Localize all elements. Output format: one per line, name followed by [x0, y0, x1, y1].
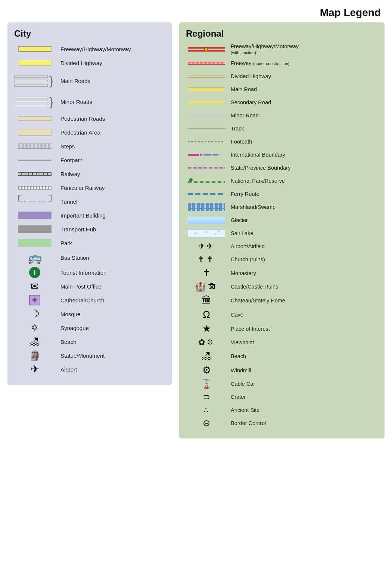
reg-chateau-row: 🏛 Chateau/Stately Home: [186, 295, 378, 306]
city-main-roads-symbol: }: [14, 75, 55, 87]
reg-chateau-label: Chateau/Stately Home: [227, 298, 378, 304]
bus-icon: 🚌: [28, 251, 42, 264]
city-footpath-label: Footpath: [55, 157, 165, 163]
reg-track-label: Track: [227, 126, 378, 132]
city-heading: City: [14, 28, 165, 39]
reg-ferry-line: [188, 193, 225, 195]
natpark-dash: [188, 181, 225, 183]
reg-ancient-label: Ancient Site: [227, 407, 378, 413]
reg-natpark-symbol: [186, 178, 227, 184]
city-footpath-row: Footpath: [14, 154, 165, 166]
reg-church-row: ✝✝ Church (ruins): [186, 254, 378, 265]
reg-ancient-row: ∴ Ancient Site: [186, 405, 378, 415]
city-freeway-label: Freeway/Highway/Motorway: [55, 46, 165, 52]
reg-intl-boundary-symbol: [186, 153, 227, 156]
city-important-building-symbol: [14, 212, 55, 219]
city-tunnel-label: Tunnel: [55, 198, 165, 205]
city-minor-roads-label: Minor Roads: [55, 99, 165, 105]
chateau-icon: 🏛: [202, 295, 211, 306]
reg-freeway-constr-symbol: [186, 62, 227, 65]
intl-b-seg2: [203, 154, 211, 155]
reg-minor-road-label: Minor Road: [227, 113, 378, 118]
reg-freeway-row: Freeway/Highway/Motorway(with junction): [186, 43, 378, 55]
city-panel: City Freeway/Highway/Motorway Divided Hi…: [7, 22, 172, 385]
info-circle-icon: i: [29, 267, 40, 278]
star-of-david-icon: ✡: [31, 323, 38, 332]
tunnel-bracket-right: [49, 195, 52, 201]
city-post-office-row: ✉ Main Post Office: [14, 281, 165, 292]
city-cathedral-row: ✛ Cathedral/Church: [14, 295, 165, 306]
reg-viewpoint-symbol: ✿❊: [186, 338, 227, 347]
reg-freeway-symbol: [186, 46, 227, 52]
reg-minor-road-row: Minor Road: [186, 110, 378, 121]
reg-cave-label: Cave: [227, 312, 378, 318]
reg-place-label: Place of Interest: [227, 326, 378, 332]
church-icon: ✛: [29, 295, 40, 305]
reg-border-label: Border Control: [227, 420, 378, 426]
city-mosque-row: ☽ Mosque: [14, 308, 165, 320]
reg-marshland-label: Marshland/Swamp: [227, 204, 378, 210]
airplane-icon: ✈✈: [198, 241, 215, 251]
reg-chateau-symbol: 🏛: [186, 295, 227, 306]
regional-panel: Regional Freeway/Highway/Motorway(with j…: [179, 22, 385, 438]
reg-footpath-symbol: [186, 141, 227, 142]
reg-castle-symbol: 🏰🏚: [186, 281, 227, 292]
city-synagogue-row: ✡ Synagogue: [14, 322, 165, 333]
reg-windmill-row: ⚙ Windmill: [186, 364, 378, 376]
reg-main-road-label: Main Road: [227, 86, 378, 92]
reg-viewpoint-label: Viewpoint: [227, 339, 378, 345]
minor-road-line-2: [14, 101, 48, 103]
reg-crater-row: ⊃ Crater: [186, 392, 378, 402]
reg-airport-symbol: ✈✈: [186, 241, 227, 251]
city-synagogue-label: Synagogue: [55, 325, 165, 331]
reg-track-symbol: [186, 128, 227, 129]
reg-church-label: Church (ruins): [227, 256, 378, 262]
city-airport-row: ✈ Airport: [14, 364, 165, 375]
star-icon: ★: [202, 323, 211, 335]
reg-monastery-symbol: ✝: [186, 267, 227, 279]
city-transport-hub-row: Transport Hub: [14, 224, 165, 235]
reg-secondary-road-bar: [188, 101, 225, 104]
city-tourist-info-symbol: i: [14, 267, 55, 278]
reg-border-symbol: ⊖: [186, 418, 227, 428]
reg-church-symbol: ✝✝: [186, 255, 227, 264]
crater-icon: ⊃: [203, 392, 210, 402]
city-pedestrian-roads-symbol: [14, 116, 55, 121]
city-statue-label: Statue/Monument: [55, 352, 165, 359]
reg-border-row: ⊖ Border Control: [186, 418, 378, 428]
cross-icon: ✝✝: [197, 255, 215, 264]
main-road-line-3: [14, 84, 48, 87]
city-main-roads-label: Main Roads: [55, 78, 165, 84]
pedestrian-area-bar: [18, 129, 52, 136]
airport-city-icon: ✈: [31, 364, 39, 375]
statue-icon: 🗿: [29, 351, 41, 360]
reg-beach-symbol: 🏖: [186, 350, 227, 362]
reg-divided-label: Divided Highway: [227, 73, 378, 79]
reg-cablecar-label: Cable Car: [227, 381, 378, 387]
reg-marshland-row: Marshland/Swamp: [186, 202, 378, 212]
city-divided-row: Divided Highway: [14, 57, 165, 68]
reg-ancient-symbol: ∴: [186, 406, 227, 415]
tunnel-bracket-left: [18, 195, 21, 201]
city-divided-symbol: [14, 60, 55, 66]
reg-freeway-constr-label: Freeway (under construction): [227, 60, 378, 66]
reg-ferry-row: Ferry Route: [186, 189, 378, 199]
reg-footpath-line: [188, 141, 225, 142]
city-pedestrian-roads-label: Pedestrian Roads: [55, 115, 165, 122]
reg-footpath-row: Footpath: [186, 136, 378, 147]
park-bar: [18, 239, 52, 247]
reg-marshland-symbol: [186, 203, 227, 211]
reg-monastery-label: Monastery: [227, 270, 378, 276]
castle-icon: 🏰🏚: [195, 281, 218, 292]
border-control-icon: ⊖: [203, 418, 210, 428]
footpath-line: [18, 160, 52, 161]
city-airport-symbol: ✈: [14, 364, 55, 375]
fj-junction-dot: [204, 47, 208, 51]
reg-intl-boundary-row: International Boundary: [186, 150, 378, 160]
regional-heading: Regional: [186, 28, 378, 39]
reg-cablecar-symbol: 🚡: [186, 379, 227, 389]
city-mosque-symbol: ☽: [14, 309, 55, 319]
intl-b-seg3: [212, 154, 218, 155]
reg-main-road-bar: [188, 87, 225, 91]
main-road-line-1: [14, 75, 48, 78]
